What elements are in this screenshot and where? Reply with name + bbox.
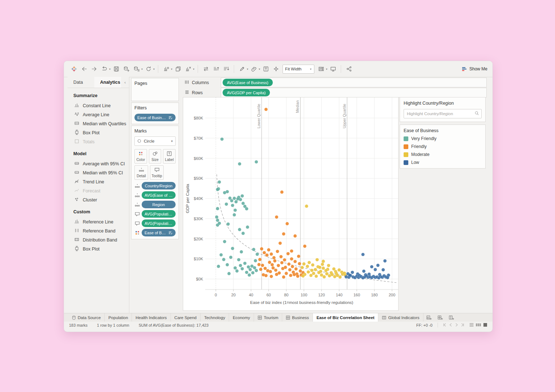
fit-width-select[interactable]: Fit Width▾: [283, 65, 314, 74]
highlight-search-box[interactable]: [404, 109, 482, 118]
data-point[interactable]: [279, 255, 283, 258]
new-dashboard-button[interactable]: [435, 313, 446, 322]
analytics-item-box-plot[interactable]: Box Plot: [68, 244, 129, 253]
chevron-down-icon[interactable]: ▾: [326, 67, 327, 71]
next-page-icon[interactable]: [455, 323, 458, 327]
data-point[interactable]: [301, 266, 304, 269]
tooltip-button[interactable]: Tooltip: [150, 165, 164, 180]
data-point[interactable]: [251, 271, 254, 274]
data-point[interactable]: [307, 270, 310, 274]
share-icon[interactable]: [344, 64, 354, 74]
analytics-item-median-with-95-ci[interactable]: Median with 95% CI: [68, 168, 129, 177]
sidebar-tab-analytics[interactable]: Analytics: [94, 77, 121, 88]
data-point[interactable]: [307, 261, 311, 264]
data-point[interactable]: [271, 266, 275, 270]
data-point[interactable]: [233, 197, 236, 200]
data-point[interactable]: [249, 268, 252, 271]
prev-page-icon[interactable]: [449, 323, 452, 327]
analytics-item-trend-line[interactable]: Trend Line: [68, 177, 129, 186]
chevron-down-icon[interactable]: ▾: [247, 67, 248, 71]
mark-pill[interactable]: Region: [142, 201, 176, 208]
data-point[interactable]: [314, 268, 317, 271]
data-point[interactable]: [240, 250, 243, 253]
columns-pill[interactable]: AVG(Ease of Business): [223, 79, 273, 86]
data-point[interactable]: [275, 215, 278, 219]
data-point[interactable]: [283, 258, 286, 261]
data-point[interactable]: [216, 219, 219, 222]
data-point[interactable]: [386, 276, 389, 279]
swap-rows-columns-icon[interactable]: [201, 64, 211, 74]
chevron-down-icon[interactable]: ▾: [141, 67, 143, 71]
mark-pill[interactable]: Country/Region: [142, 182, 176, 190]
data-point[interactable]: [280, 261, 284, 264]
data-point[interactable]: [337, 268, 341, 271]
data-point[interactable]: [327, 264, 330, 267]
data-point[interactable]: [222, 258, 225, 261]
data-point[interactable]: [218, 222, 221, 225]
data-point[interactable]: [287, 262, 291, 266]
data-point[interactable]: [294, 267, 298, 271]
legend-item[interactable]: Moderate: [404, 152, 482, 157]
sheet-tab-tourism[interactable]: Tourism: [254, 313, 282, 322]
data-point[interactable]: [324, 269, 328, 272]
data-point[interactable]: [218, 180, 221, 184]
data-point[interactable]: [322, 266, 325, 270]
data-point[interactable]: [233, 209, 237, 212]
data-point[interactable]: [383, 259, 387, 262]
color-button[interactable]: Color: [134, 149, 147, 164]
data-point[interactable]: [274, 269, 278, 272]
chevron-down-icon[interactable]: ▾: [193, 67, 194, 71]
data-point[interactable]: [219, 253, 223, 257]
data-point[interactable]: [254, 259, 257, 262]
data-point[interactable]: [241, 267, 244, 270]
legend-item[interactable]: Low: [404, 160, 482, 165]
data-point[interactable]: [306, 265, 309, 268]
data-point[interactable]: [297, 254, 300, 258]
data-point[interactable]: [255, 253, 259, 256]
data-point[interactable]: [223, 191, 226, 194]
data-point[interactable]: [235, 200, 238, 203]
legend-item[interactable]: Very Friendly: [404, 136, 482, 141]
data-point[interactable]: [269, 270, 272, 273]
sheet-tab-population[interactable]: Population: [105, 313, 132, 322]
mark-pill[interactable]: AVG(Ease of Busi..: [142, 191, 176, 199]
data-point[interactable]: [293, 273, 296, 276]
data-point[interactable]: [361, 253, 365, 256]
new-worksheet-button[interactable]: [423, 313, 435, 322]
data-point[interactable]: [367, 273, 371, 276]
data-point[interactable]: [289, 274, 292, 277]
mark-pill[interactable]: AVG(Population ..: [142, 219, 176, 227]
redo-icon[interactable]: [99, 64, 109, 74]
analytics-item-distribution-band[interactable]: Distribution Band: [68, 235, 129, 244]
clear-sheet-icon[interactable]: [183, 64, 193, 74]
data-point[interactable]: [230, 199, 233, 202]
sheet-tab-global-indicators[interactable]: Global Indicators: [378, 313, 423, 322]
data-point[interactable]: [376, 264, 379, 267]
duplicate-sheet-icon[interactable]: [173, 64, 183, 74]
data-point[interactable]: [339, 275, 342, 279]
collapse-pane-icon[interactable]: ‹: [121, 80, 129, 84]
pause-auto-updates-icon[interactable]: [132, 64, 141, 74]
data-point[interactable]: [233, 266, 237, 270]
chevron-down-icon[interactable]: ▾: [259, 67, 260, 71]
data-point[interactable]: [270, 275, 273, 278]
chevron-down-icon[interactable]: ▾: [153, 67, 155, 71]
data-point[interactable]: [225, 263, 229, 266]
data-point[interactable]: [310, 269, 313, 272]
data-point[interactable]: [245, 207, 248, 210]
columns-shelf[interactable]: Columns AVG(Ease of Business): [182, 78, 487, 87]
data-point[interactable]: [270, 252, 273, 256]
data-point[interactable]: [231, 247, 234, 250]
data-point[interactable]: [315, 275, 318, 278]
data-point[interactable]: [287, 252, 290, 255]
sheet-tab-economy[interactable]: Economy: [229, 313, 254, 322]
data-point[interactable]: [227, 272, 231, 275]
data-point[interactable]: [257, 263, 261, 266]
data-point[interactable]: [275, 273, 278, 276]
legend-item[interactable]: Friendly: [404, 144, 482, 149]
sheet-tab-health-indicators[interactable]: Health Indicators: [132, 313, 171, 322]
data-point[interactable]: [223, 240, 226, 243]
data-point[interactable]: [263, 267, 267, 270]
chevron-down-icon[interactable]: ▾: [171, 67, 172, 71]
data-point[interactable]: [237, 258, 240, 261]
